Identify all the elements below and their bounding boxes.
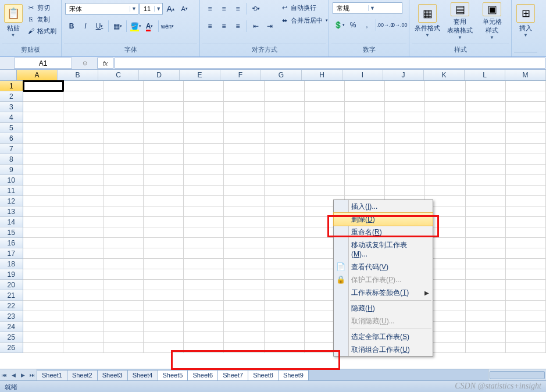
cell-E4[interactable]	[184, 112, 224, 123]
number-format-combo[interactable]: 常规▼	[333, 2, 402, 14]
cell-G17[interactable]	[265, 248, 305, 259]
cell-B6[interactable]	[63, 133, 104, 144]
cell-B22[interactable]	[63, 301, 104, 311]
align-right-button[interactable]: ≡	[231, 20, 244, 33]
cell-H2[interactable]	[305, 91, 345, 102]
cell-E25[interactable]	[184, 332, 224, 343]
cell-J4[interactable]	[385, 112, 425, 123]
col-head-A[interactable]: A	[17, 70, 58, 80]
row-head-22[interactable]: 22	[0, 301, 23, 311]
cell-A26[interactable]	[23, 343, 63, 353]
cell-C26[interactable]	[104, 343, 144, 353]
cell-G7[interactable]	[265, 144, 305, 154]
cell-C22[interactable]	[104, 301, 144, 311]
sheet-tab-sheet8[interactable]: Sheet8	[248, 370, 279, 380]
cell-B18[interactable]	[63, 259, 104, 269]
cell-M18[interactable]	[506, 259, 546, 269]
cell-J1[interactable]	[385, 81, 425, 91]
cell-H9[interactable]	[305, 165, 345, 175]
cell-E5[interactable]	[184, 123, 224, 133]
decrease-decimal-button[interactable]: .0→.00	[392, 19, 405, 31]
comma-button[interactable]: ,	[361, 19, 373, 31]
col-head-E[interactable]: E	[180, 70, 220, 80]
cell-C8[interactable]	[104, 154, 144, 165]
cell-B2[interactable]	[63, 91, 104, 102]
cell-A10[interactable]	[23, 175, 63, 186]
cell-F13[interactable]	[224, 206, 264, 217]
cell-M25[interactable]	[506, 332, 546, 343]
cell-B9[interactable]	[63, 165, 104, 175]
col-head-L[interactable]: L	[465, 70, 505, 80]
col-head-I[interactable]: I	[342, 70, 383, 80]
cell-L13[interactable]	[466, 206, 506, 217]
sheet-tab-sheet2[interactable]: Sheet2	[67, 370, 98, 380]
col-head-M[interactable]: M	[505, 70, 546, 80]
cell-M9[interactable]	[506, 165, 546, 175]
cell-M12[interactable]	[506, 196, 546, 206]
cell-D9[interactable]	[144, 165, 184, 175]
cell-A8[interactable]	[23, 154, 63, 165]
cell-M4[interactable]	[506, 112, 546, 123]
cell-C2[interactable]	[104, 91, 144, 102]
cell-B23[interactable]	[63, 311, 104, 322]
cell-K5[interactable]	[425, 123, 465, 133]
cell-I6[interactable]	[345, 133, 385, 144]
cell-I2[interactable]	[345, 91, 385, 102]
row-head-4[interactable]: 4	[0, 112, 23, 123]
increase-indent-button[interactable]: ⇥	[263, 20, 276, 33]
cell-J10[interactable]	[385, 175, 425, 186]
cell-D13[interactable]	[144, 206, 184, 217]
cell-B24[interactable]	[63, 322, 104, 332]
cell-G13[interactable]	[265, 206, 305, 217]
cell-D15[interactable]	[144, 227, 184, 238]
align-middle-button[interactable]: ≡	[217, 2, 230, 15]
font-size-combo[interactable]: 11▼	[140, 3, 163, 15]
cell-G24[interactable]	[265, 322, 305, 332]
cell-L18[interactable]	[466, 259, 506, 269]
cell-E21[interactable]	[184, 290, 224, 301]
cell-A15[interactable]	[23, 227, 63, 238]
cell-D12[interactable]	[144, 196, 184, 206]
cell-E26[interactable]	[184, 343, 224, 353]
cell-M19[interactable]	[506, 269, 546, 280]
cell-K4[interactable]	[425, 112, 465, 123]
cell-G9[interactable]	[265, 165, 305, 175]
cell-D4[interactable]	[144, 112, 184, 123]
cell-L5[interactable]	[466, 123, 506, 133]
cell-L6[interactable]	[466, 133, 506, 144]
cell-G25[interactable]	[265, 332, 305, 343]
cell-A5[interactable]	[23, 123, 63, 133]
cell-F23[interactable]	[224, 311, 264, 322]
cell-F22[interactable]	[224, 301, 264, 311]
cell-D26[interactable]	[144, 343, 184, 353]
cell-H1[interactable]	[305, 81, 345, 91]
cell-F19[interactable]	[224, 269, 264, 280]
cell-L15[interactable]	[466, 227, 506, 238]
cell-F9[interactable]	[224, 165, 264, 175]
cell-D16[interactable]	[144, 238, 184, 248]
col-head-J[interactable]: J	[383, 70, 424, 80]
cell-A2[interactable]	[23, 91, 63, 102]
cell-F25[interactable]	[224, 332, 264, 343]
cell-D25[interactable]	[144, 332, 184, 343]
cell-I9[interactable]	[345, 165, 385, 175]
cell-L24[interactable]	[466, 322, 506, 332]
bold-button[interactable]: B	[65, 20, 78, 33]
cell-M23[interactable]	[506, 311, 546, 322]
cell-H7[interactable]	[305, 144, 345, 154]
cell-A12[interactable]	[23, 196, 63, 206]
cell-G21[interactable]	[265, 290, 305, 301]
cell-G20[interactable]	[265, 280, 305, 290]
cell-B26[interactable]	[63, 343, 104, 353]
cell-E13[interactable]	[184, 206, 224, 217]
cell-K3[interactable]	[425, 102, 465, 112]
row-head-24[interactable]: 24	[0, 322, 23, 332]
cell-E22[interactable]	[184, 301, 224, 311]
cell-E15[interactable]	[184, 227, 224, 238]
cell-J7[interactable]	[385, 144, 425, 154]
cell-M26[interactable]	[506, 343, 546, 353]
row-head-12[interactable]: 12	[0, 196, 23, 206]
menu-move-copy[interactable]: 移动或复制工作表(M)...	[334, 238, 433, 261]
sheet-tab-sheet4[interactable]: Sheet4	[127, 370, 158, 380]
cell-H8[interactable]	[305, 154, 345, 165]
